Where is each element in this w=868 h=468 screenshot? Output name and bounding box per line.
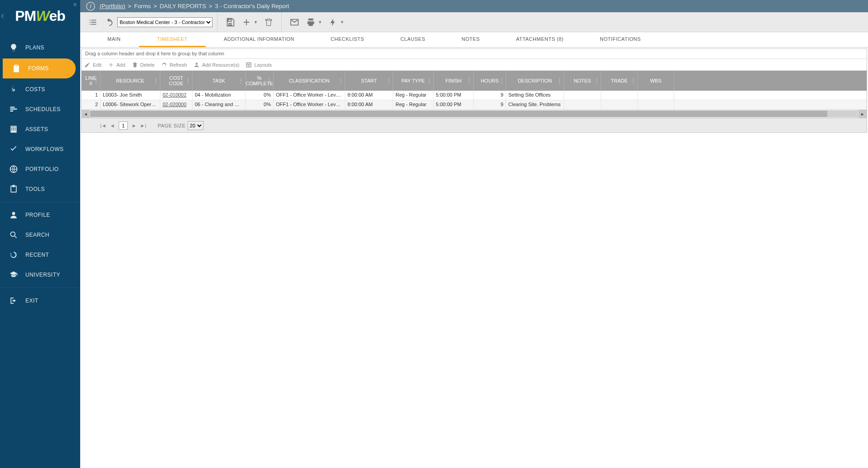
page-size-label: PAGE SIZE [158,123,186,128]
col-cost-code[interactable]: COST CODE⋮ [160,71,193,91]
col-line[interactable]: LINE #⋮ [82,71,101,91]
sidebar-item-profile[interactable]: PROFILE [0,205,80,225]
mail-icon[interactable] [288,16,301,29]
scroll-right-icon[interactable]: ► [858,110,867,118]
column-menu-icon[interactable]: ⋮ [238,78,244,84]
sidebar-item-label: EXIT [25,297,39,304]
sidebar-item-plans[interactable]: PLANS [0,38,80,58]
undo-icon[interactable] [103,16,116,29]
column-menu-icon[interactable]: ⋮ [467,78,472,84]
column-menu-icon[interactable]: ⋮ [631,78,636,84]
sidebar: ‹ PMWeb ® PLANS FORMS COSTS SCHEDULES AS… [0,0,80,468]
exit-icon [8,295,19,306]
col-description[interactable]: DESCRIPTION⋮ [506,71,564,91]
page-number-input[interactable] [119,122,128,130]
sidebar-item-forms[interactable]: FORMS [3,58,76,78]
col-pct-complete[interactable]: % COMPLETE⋮ [246,71,274,91]
sidebar-item-search[interactable]: SEARCH [0,225,80,245]
column-menu-icon[interactable]: ⋮ [557,78,562,84]
grid-add-button[interactable]: Add [108,62,125,68]
table-row[interactable]: 1 L0003- Joe Smith 02-010002 04 - Mobili… [82,91,867,100]
column-menu-icon[interactable]: ⋮ [266,78,272,84]
prev-page-icon[interactable]: ◄ [109,122,116,129]
info-icon[interactable]: i [86,2,95,11]
next-page-icon[interactable]: ► [130,122,138,129]
lightbulb-icon [8,42,19,53]
chevron-down-icon[interactable]: ▼ [254,20,258,24]
col-pay-type[interactable]: PAY TYPE⋮ [393,71,434,91]
bolt-icon[interactable] [327,16,339,29]
grid-delete-button[interactable]: Delete [132,62,155,68]
sidebar-item-exit[interactable]: EXIT [0,291,80,311]
grid-layouts-button[interactable]: Layouts [246,62,272,68]
record-selector[interactable]: Boston Medical Center - 3 - Contractor's… [117,17,212,27]
sidebar-item-costs[interactable]: COSTS [0,79,80,99]
column-menu-icon[interactable]: ⋮ [594,78,599,84]
briefcase-icon [8,184,19,195]
page-size-select[interactable]: 20 [188,121,203,130]
sidebar-item-tools[interactable]: TOOLS [0,179,80,199]
add-icon[interactable] [240,16,253,29]
tabs: MAIN TIMESHEET ADDITIONAL INFORMATION CH… [80,32,868,48]
col-task[interactable]: TASK⋮ [193,71,246,91]
grid-refresh-button[interactable]: Refresh [161,62,187,68]
col-trade[interactable]: TRADE⋮ [601,71,638,91]
col-wbs[interactable]: WBS [638,71,674,91]
tab-timesheet[interactable]: TIMESHEET [139,32,206,47]
tab-notes[interactable]: NOTES [444,32,498,47]
chevron-down-icon[interactable]: ▼ [318,20,322,24]
save-icon[interactable] [224,16,236,29]
sidebar-item-label: FORMS [28,65,49,72]
breadcrumb-record: 3 - Contractor's Daily Report [215,3,289,10]
horizontal-scrollbar[interactable]: ◄ ► [82,110,867,118]
tab-main[interactable]: MAIN [89,32,139,47]
sidebar-item-workflows[interactable]: WORKFLOWS [0,139,80,159]
tab-attachments[interactable]: ATTACHMENTS (8) [498,32,582,47]
breadcrumb: i (Portfolio) > Forms > DAILY REPORTS > … [0,0,868,12]
group-drop-zone[interactable]: Drag a column header and drop it here to… [82,49,867,59]
check-icon [8,144,19,155]
sidebar-item-portfolio[interactable]: PORTFOLIO [0,159,80,179]
column-menu-icon[interactable]: ⋮ [426,78,432,84]
col-classification[interactable]: CLASSIFICATION⋮ [274,71,345,91]
logo[interactable]: ‹ PMWeb ® [0,0,80,32]
table-row[interactable]: 2 L0006- Sitework Operator 02-020000 06 … [82,100,867,110]
col-finish[interactable]: FINISH⋮ [434,71,474,91]
column-menu-icon[interactable]: ⋮ [153,78,159,84]
first-page-icon[interactable]: |◄ [100,122,107,129]
grid-add-resources-button[interactable]: Add Resource(s) [193,62,240,68]
column-menu-icon[interactable]: ⋮ [93,78,99,84]
grid-edit-button[interactable]: Edit [84,62,101,68]
print-icon[interactable] [304,16,317,29]
column-menu-icon[interactable]: ⋮ [386,78,391,84]
sidebar-item-recent[interactable]: RECENT [0,245,80,265]
sidebar-item-assets[interactable]: ASSETS [0,119,80,139]
grid-toolbar: Edit Add Delete Refresh Add Resource(s) … [82,59,867,71]
search-icon [8,229,19,240]
col-resource[interactable]: RESOURCE⋮ [101,71,160,91]
column-menu-icon[interactable]: ⋮ [499,78,504,84]
breadcrumb-portfolio[interactable]: (Portfolio) [100,3,125,10]
building-icon [8,124,19,135]
col-start[interactable]: START⋮ [345,71,393,91]
breadcrumb-forms[interactable]: Forms [134,3,151,10]
main-toolbar: Boston Medical Center - 3 - Contractor's… [80,12,868,32]
sidebar-item-label: PLANS [25,44,44,51]
last-page-icon[interactable]: ►| [140,122,147,129]
tab-clauses[interactable]: CLAUSES [382,32,444,47]
tab-additional-information[interactable]: ADDITIONAL INFORMATION [206,32,313,47]
delete-icon[interactable] [262,16,275,29]
chevron-down-icon[interactable]: ▼ [340,20,344,24]
scroll-left-icon[interactable]: ◄ [82,110,90,118]
column-menu-icon[interactable]: ⋮ [185,78,191,84]
list-icon[interactable] [87,16,99,29]
column-menu-icon[interactable]: ⋮ [338,78,343,84]
tab-checklists[interactable]: CHECKLISTS [313,32,382,47]
breadcrumb-dailyreports[interactable]: DAILY REPORTS [159,3,206,10]
sidebar-item-university[interactable]: UNIVERSITY [0,265,80,285]
tab-notifications[interactable]: NOTIFICATIONS [582,32,659,47]
sidebar-item-schedules[interactable]: SCHEDULES [0,99,80,119]
col-notes[interactable]: NOTES⋮ [564,71,601,91]
sidebar-item-label: RECENT [25,252,49,258]
col-hours[interactable]: HOURS⋮ [474,71,506,91]
